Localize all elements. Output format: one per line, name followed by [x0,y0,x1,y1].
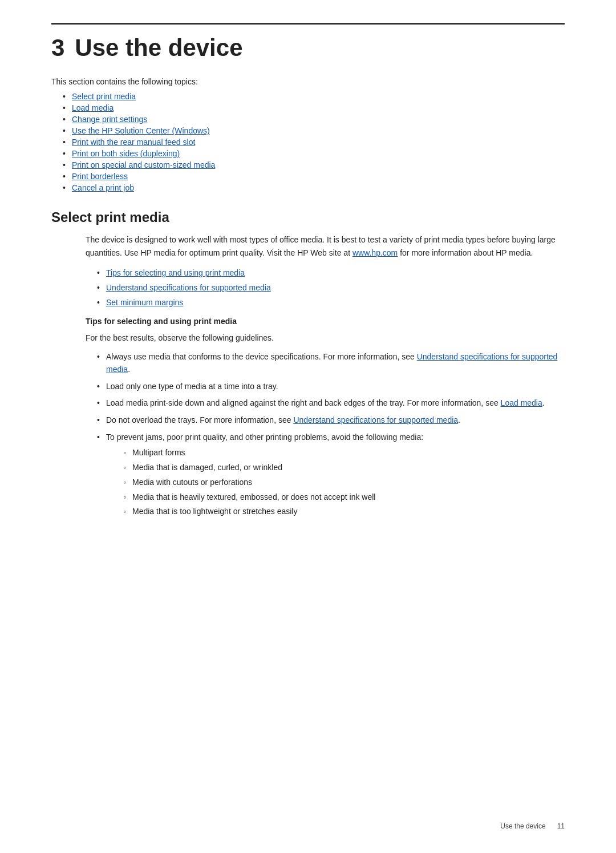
list-item: Cancel a print job [63,183,565,192]
list-item: To prevent jams, poor print quality, and… [97,431,565,518]
toc-link-select-print-media[interactable]: Select print media [72,92,136,101]
link-load-media-2[interactable]: Load media [501,398,542,407]
list-item: Change print settings [63,115,565,124]
toc-link-rear-manual-feed[interactable]: Print with the rear manual feed slot [72,138,195,147]
top-border [51,23,565,25]
bullet-text-3b: . [542,398,545,407]
toc-link-change-print-settings[interactable]: Change print settings [72,115,147,124]
list-item: Always use media that conforms to the de… [97,351,565,375]
toc-link-print-borderless[interactable]: Print borderless [72,172,128,181]
toc-link-load-media[interactable]: Load media [72,103,114,112]
list-item: Print on special and custom-sized media [63,160,565,169]
link-specs-3[interactable]: Understand specifications for supported … [293,415,458,425]
list-item: Load only one type of media at a time in… [97,381,565,393]
list-item: Load media [63,103,565,112]
nested-avoid-list: Multipart forms Media that is damaged, c… [123,447,565,518]
list-item: Media that is too lightweight or stretch… [123,506,565,518]
bullet-text-5: To prevent jams, poor print quality, and… [106,432,423,442]
list-item: Print with the rear manual feed slot [63,138,565,147]
list-item: Select print media [63,92,565,101]
toc-link-hp-solution-center[interactable]: Use the HP Solution Center (Windows) [72,126,210,135]
list-item: Understand specifications for supported … [97,282,565,294]
select-sub-list: Tips for selecting and using print media… [97,267,565,309]
bullet-text-1b: . [128,365,130,374]
bullet-text-4a: Do not overload the trays. For more info… [106,415,293,425]
nested-item-1: Multipart forms [132,448,185,457]
select-print-media-body: The device is designed to work well with… [86,233,565,259]
list-item: Tips for selecting and using print media [97,267,565,279]
page-container: 3Use the device This section contains th… [0,0,616,569]
nested-item-4: Media that is heavily textured, embossed… [132,492,375,502]
list-item: Set minimum margins [97,297,565,309]
tips-bullet-list: Always use media that conforms to the de… [97,351,565,518]
bullet-text-3a: Load media print-side down and aligned a… [106,398,501,407]
toc-link-duplexing[interactable]: Print on both sides (duplexing) [72,149,180,158]
list-item: Do not overload the trays. For more info… [97,414,565,427]
footer-page-number: 11 [557,822,565,830]
guidelines-text: For the best results, observe the follow… [86,332,565,344]
toc-link-special-media[interactable]: Print on special and custom-sized media [72,160,215,169]
nested-item-3: Media with cutouts or perforations [132,478,252,487]
toc-list: Select print media Load media Change pri… [63,92,565,192]
tips-subsection-heading: Tips for selecting and using print media [86,317,565,326]
list-item: Use the HP Solution Center (Windows) [63,126,565,135]
page-footer: Use the device 11 [500,822,565,830]
body-text-after: for more information about HP media. [398,248,533,257]
nested-item-2: Media that is damaged, curled, or wrinkl… [132,463,282,472]
list-item: Load media print-side down and aligned a… [97,397,565,410]
link-specs[interactable]: Understand specifications for supported … [106,283,271,292]
chapter-heading: 3Use the device [51,35,565,61]
list-item: Media with cutouts or perforations [123,476,565,489]
list-item: Print on both sides (duplexing) [63,149,565,158]
intro-text: This section contains the following topi… [51,77,565,86]
bullet-text-2: Load only one type of media at a time in… [106,382,278,391]
nested-item-5: Media that is too lightweight or stretch… [132,507,297,516]
toc-link-cancel-print[interactable]: Cancel a print job [72,183,134,192]
hp-com-link[interactable]: www.hp.com [352,248,398,257]
chapter-number: 3 [51,34,64,61]
bullet-text-4b: . [458,415,460,425]
bullet-text-1a: Always use media that conforms to the de… [106,352,417,361]
chapter-title: Use the device [75,34,242,61]
select-print-media-heading: Select print media [51,209,565,225]
list-item: Media that is heavily textured, embossed… [123,491,565,504]
list-item: Multipart forms [123,447,565,459]
list-item: Media that is damaged, curled, or wrinkl… [123,462,565,474]
link-tips[interactable]: Tips for selecting and using print media [106,268,245,277]
footer-chapter-title: Use the device [500,822,545,830]
list-item: Print borderless [63,172,565,181]
link-margins[interactable]: Set minimum margins [106,298,183,307]
